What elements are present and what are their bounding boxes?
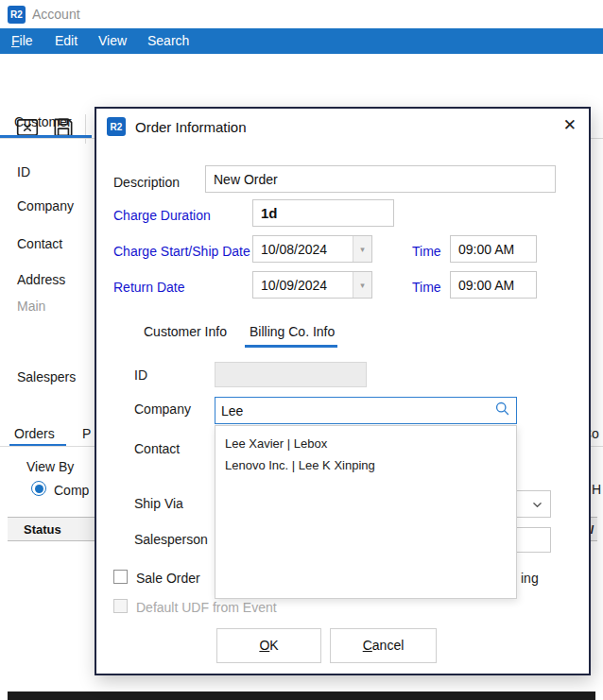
default-udf-label: Default UDF from Event (136, 600, 277, 615)
return-time-input[interactable] (450, 271, 537, 299)
cancel-button[interactable]: Cancel (330, 628, 437, 663)
toolbar-separator (85, 114, 86, 144)
tab-customer[interactable]: Customer (14, 114, 72, 129)
description-label: Description (113, 175, 180, 190)
autocomplete-item[interactable]: Lenovo Inc. | Lee K Xinping (215, 454, 516, 476)
menu-file[interactable]: File (11, 33, 33, 48)
tab-p-fragment[interactable]: P (82, 426, 91, 441)
grid-header-status[interactable]: Status (24, 522, 61, 537)
app-logo: R2 (8, 6, 26, 24)
charge-start-date-label[interactable]: Charge Start/Ship Date (113, 244, 250, 259)
charge-duration-input[interactable] (252, 199, 394, 227)
billing-company-input[interactable] (215, 403, 494, 418)
bg-label-contact: Contact (17, 236, 62, 251)
description-input[interactable] (205, 165, 556, 193)
charge-duration-label[interactable]: Charge Duration (113, 208, 211, 223)
default-udf-checkbox (113, 599, 128, 613)
sale-order-label: Sale Order (136, 571, 200, 586)
tab-customer-info[interactable]: Customer Info (144, 324, 227, 339)
billing-company-field (215, 397, 517, 424)
ship-via-label: Ship Via (134, 496, 183, 511)
chevron-down-icon: ▾ (360, 281, 365, 290)
bg-label-id: ID (17, 164, 30, 179)
app-window: R2 Account File Edit View Search (0, 0, 603, 700)
menubar: File Edit View Search (0, 28, 603, 54)
charge-start-date-dropdown-button[interactable]: ▾ (353, 236, 371, 262)
return-date-value: 10/09/2024 (253, 272, 353, 298)
menu-edit[interactable]: Edit (55, 33, 78, 48)
menu-search[interactable]: Search (147, 33, 189, 48)
charge-start-time-input[interactable] (450, 235, 537, 263)
dialog-title: Order Information (135, 119, 247, 135)
bg-label-main: Main (17, 299, 45, 314)
salesperson-label: Salesperson (134, 532, 208, 547)
close-icon[interactable]: ✕ (563, 115, 577, 135)
view-by-radio[interactable] (31, 481, 46, 496)
view-by-label: View By (26, 459, 74, 474)
tab-billing-co-info[interactable]: Billing Co. Info (250, 324, 335, 339)
order-information-dialog: R2 Order Information ✕ Description Charg… (95, 107, 591, 675)
sale-order-checkbox[interactable] (113, 570, 128, 584)
search-icon[interactable] (494, 401, 516, 420)
chevron-down-icon: ▾ (360, 245, 365, 254)
company-autocomplete-list: Lee Xavier | Lebox Lenovo Inc. | Lee K X… (215, 425, 517, 599)
return-date-field[interactable]: 10/09/2024 ▾ (252, 271, 372, 299)
covered-label-fragment: ing (521, 571, 539, 586)
bg-label-address: Address (17, 272, 65, 287)
billing-id-label: ID (134, 367, 147, 383)
return-date-label[interactable]: Return Date (113, 280, 184, 295)
window-title: Account (32, 7, 80, 22)
ok-button[interactable]: OK (216, 628, 321, 663)
radio-label-fragment: Comp (54, 483, 89, 498)
tab-orders[interactable]: Orders (14, 426, 55, 441)
charge-start-time-label[interactable]: Time (412, 244, 441, 259)
billing-id-input (215, 362, 367, 387)
charge-start-date-value: 10/08/2024 (253, 236, 353, 262)
billing-contact-label: Contact (134, 441, 180, 456)
bg-label-salesperson: Salespers (17, 369, 76, 384)
bg-label-company: Company (17, 198, 74, 213)
charge-start-date-field[interactable]: 10/08/2024 ▾ (252, 235, 372, 263)
dialog-logo: R2 (107, 117, 126, 136)
billing-company-label: Company (134, 401, 191, 417)
toolbar: Q R S M (0, 54, 603, 98)
window-titlebar: R2 Account (0, 0, 603, 28)
menu-view[interactable]: View (98, 33, 127, 48)
return-time-label[interactable]: Time (412, 280, 441, 295)
active-tab-underline (245, 345, 337, 348)
return-date-dropdown-button[interactable]: ▾ (353, 272, 371, 298)
grid-bottom-bar (8, 691, 595, 700)
bg-checkbox-label-fragment: H (592, 482, 601, 497)
autocomplete-item[interactable]: Lee Xavier | Lebox (215, 433, 516, 454)
